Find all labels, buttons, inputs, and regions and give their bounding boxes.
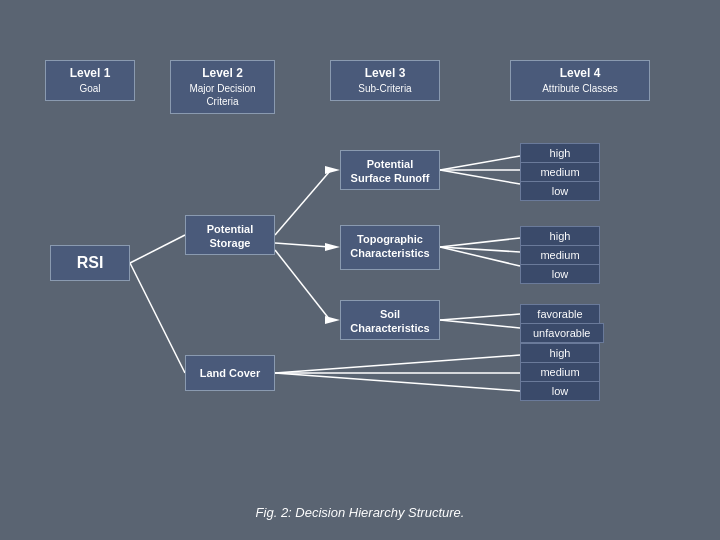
soil-attr-favorable: favorable xyxy=(520,304,600,324)
svg-line-1 xyxy=(130,263,185,373)
topo-attr-medium: medium xyxy=(520,245,600,265)
topo-attr-low: low xyxy=(520,264,600,284)
svg-line-16 xyxy=(440,247,520,266)
landcover-attr-high: high xyxy=(520,343,600,363)
potential-surface-runoff-node: PotentialSurface Runoff xyxy=(340,150,440,190)
svg-line-18 xyxy=(440,320,520,328)
landcover-attr-medium: medium xyxy=(520,362,600,382)
level4-header: Level 4 Attribute Classes xyxy=(510,60,650,101)
landcover-high-label: high xyxy=(550,347,571,359)
level1-subtitle: Goal xyxy=(56,82,124,95)
svg-line-14 xyxy=(440,238,520,247)
level2-title: Level 2 xyxy=(181,66,264,82)
caption-text: Fig. 2: Decision Hierarchy Structure. xyxy=(256,505,465,520)
level2-header: Level 2 Major Decision Criteria xyxy=(170,60,275,114)
svg-line-11 xyxy=(440,156,520,170)
soil-node: SoilCharacteristics xyxy=(340,300,440,340)
svg-line-0 xyxy=(130,235,185,263)
svg-line-15 xyxy=(440,247,520,252)
svg-marker-7 xyxy=(325,316,340,324)
landcover-attr-low: low xyxy=(520,381,600,401)
svg-line-10 xyxy=(275,373,520,391)
runoff-attr-high: high xyxy=(520,143,600,163)
topographic-node: TopographicCharacteristics xyxy=(340,225,440,270)
level3-title: Level 3 xyxy=(341,66,429,82)
soil-attr-unfavorable: unfavorable xyxy=(520,323,604,343)
topo-attr-high: high xyxy=(520,226,600,246)
svg-line-3 xyxy=(275,171,330,235)
runoff-high-label: high xyxy=(550,147,571,159)
topo-medium-label: medium xyxy=(540,249,579,261)
topo-low-label: low xyxy=(552,268,569,280)
level3-header: Level 3 Sub-Criteria xyxy=(330,60,440,101)
topo-high-label: high xyxy=(550,230,571,242)
level3-subtitle: Sub-Criteria xyxy=(341,82,429,95)
svg-line-8 xyxy=(275,355,520,373)
potential-storage-node: PotentialStorage xyxy=(185,215,275,255)
soil-unfavorable-label: unfavorable xyxy=(533,327,591,339)
rsi-node: RSI xyxy=(50,245,130,281)
diagram: Level 1 Goal Level 2 Major Decision Crit… xyxy=(30,60,690,480)
topographic-label: TopographicCharacteristics xyxy=(350,233,430,259)
runoff-low-label: low xyxy=(552,185,569,197)
runoff-medium-label: medium xyxy=(540,166,579,178)
level4-title: Level 4 xyxy=(521,66,639,82)
runoff-attr-medium: medium xyxy=(520,162,600,182)
land-cover-node: Land Cover xyxy=(185,355,275,391)
svg-marker-2 xyxy=(325,166,340,174)
svg-line-13 xyxy=(440,170,520,184)
runoff-attr-low: low xyxy=(520,181,600,201)
svg-line-6 xyxy=(275,250,330,320)
soil-favorable-label: favorable xyxy=(537,308,582,320)
land-cover-label: Land Cover xyxy=(200,366,261,380)
svg-line-5 xyxy=(275,243,330,247)
landcover-low-label: low xyxy=(552,385,569,397)
figure-caption: Fig. 2: Decision Hierarchy Structure. xyxy=(256,505,465,520)
svg-marker-4 xyxy=(325,243,340,251)
landcover-medium-label: medium xyxy=(540,366,579,378)
level1-header: Level 1 Goal xyxy=(45,60,125,101)
potential-storage-label: PotentialStorage xyxy=(207,223,253,249)
level4-subtitle: Attribute Classes xyxy=(521,82,639,95)
rsi-label: RSI xyxy=(77,253,104,274)
level2-subtitle: Major Decision Criteria xyxy=(181,82,264,108)
level1-title: Level 1 xyxy=(56,66,124,82)
potential-surface-runoff-label: PotentialSurface Runoff xyxy=(351,158,430,184)
soil-label: SoilCharacteristics xyxy=(350,308,430,334)
svg-line-17 xyxy=(440,314,520,320)
